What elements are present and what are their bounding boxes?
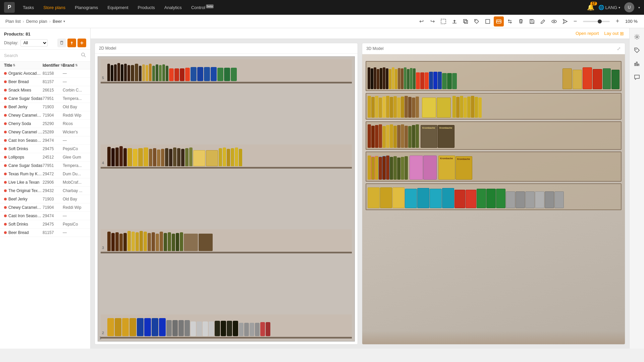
bottle — [123, 233, 127, 251]
svg-point-12 — [635, 49, 636, 50]
3d-box — [562, 68, 572, 89]
product-dot — [4, 147, 7, 150]
swap-button[interactable] — [505, 16, 515, 26]
frame-button[interactable] — [483, 16, 493, 26]
notifications-bell[interactable]: 🔔 17 — [587, 4, 594, 11]
tag-button[interactable] — [472, 16, 482, 26]
3d-bottle — [460, 96, 463, 118]
language-selector[interactable]: 🌐 LANG ▾ — [598, 5, 620, 10]
product-row[interactable]: Beef Jerky 71903 Old Bay — [0, 103, 90, 111]
product-id: 71904 — [43, 205, 63, 210]
preview-button[interactable] — [549, 16, 559, 26]
edit-button[interactable] — [538, 16, 548, 26]
breadcrumb-current[interactable]: Beer ▾ — [53, 19, 65, 24]
nav-tasks[interactable]: Tasks — [19, 3, 38, 12]
product-row[interactable]: Texas Rum by Kiepersol 29472 Dum Du... — [0, 170, 90, 178]
expand-3d-button[interactable]: ⤢ — [617, 46, 621, 51]
shelf-level-4: 4 — [101, 144, 352, 169]
3d-bottle — [383, 67, 385, 89]
redo-button[interactable]: ↪ — [427, 16, 437, 26]
3d-bottle — [375, 96, 378, 118]
bottle — [181, 149, 184, 166]
sort-identifier-column[interactable]: Identifier ⇅ — [43, 63, 63, 68]
analytics-panel-button[interactable] — [631, 58, 643, 70]
product-title-cell: Cane Sugar Sodas — [4, 96, 43, 101]
sort-title-column[interactable]: Title ⇅ — [4, 63, 43, 68]
product-row[interactable]: Snack Mixes 26615 Corbin C... — [0, 86, 90, 95]
product-row[interactable]: Organic Avocado Oil 81158 — — [0, 69, 90, 78]
product-id: 29475 — [43, 222, 63, 227]
nav-products[interactable]: Products — [134, 3, 159, 12]
zoom-slider-track[interactable] — [583, 21, 610, 22]
3d-bottle — [375, 156, 378, 180]
undo-button[interactable]: ↩ — [416, 16, 426, 26]
zoom-out-button[interactable]: − — [570, 16, 580, 26]
export-products-button[interactable] — [67, 39, 76, 47]
layout-button[interactable]: Lay out ⊞ — [604, 31, 624, 36]
breadcrumb-plan-list[interactable]: Plan list — [5, 19, 21, 24]
bottle — [119, 146, 123, 166]
upload-button[interactable] — [449, 16, 460, 26]
zoom-in-button[interactable]: + — [612, 16, 623, 26]
box — [545, 191, 554, 208]
product-row[interactable]: Beer Bread 81157 — — [0, 229, 90, 237]
search-icon[interactable] — [81, 52, 86, 59]
remove-products-button[interactable] — [57, 39, 66, 47]
comments-panel-button[interactable] — [631, 71, 643, 83]
tag-panel-button[interactable] — [631, 44, 643, 56]
product-row[interactable]: Cane Sugar Sodas 77951 Tempera... — [0, 162, 90, 170]
lang-label: LANG — [605, 5, 617, 10]
bottle — [166, 66, 168, 81]
3d-bottle — [456, 97, 460, 118]
3d-bottle — [368, 124, 371, 148]
nav-store-plans[interactable]: Store plans — [39, 3, 69, 12]
product-row[interactable]: Live Like a Texan 22906 MobCraf... — [0, 178, 90, 187]
product-row[interactable]: Chewy Caramels with a Cr... 71904 Reddi … — [0, 111, 90, 120]
product-row[interactable]: Cast Iron Seasoning 29474 — — [0, 136, 90, 145]
product-title-cell: Cast Iron Seasoning — [4, 214, 43, 218]
open-report-link[interactable]: Open report — [576, 31, 599, 36]
product-row[interactable]: Lollipops 24512 Glee Gum — [0, 153, 90, 162]
nav-equipment[interactable]: Equipment — [103, 3, 132, 12]
sort-brand-column[interactable]: Brand ⇅ — [63, 63, 86, 68]
product-list: Organic Avocado Oil 81158 — Beer Bread 8… — [0, 69, 90, 349]
product-row[interactable]: Beer Bread 81157 — — [0, 78, 90, 86]
product-brand: Tempera... — [63, 163, 86, 168]
bottle — [107, 232, 111, 251]
search-input[interactable] — [4, 53, 79, 58]
nav-control[interactable]: Controlbeta — [187, 3, 218, 12]
product-row[interactable]: The Original Texas Whisky 29432 Charbay … — [0, 187, 90, 195]
nav-analytics[interactable]: Analytics — [160, 3, 186, 12]
can — [260, 322, 265, 336]
display-select[interactable]: All Selected Unplaced — [20, 39, 48, 47]
3d-bottle — [368, 96, 371, 118]
user-avatar[interactable]: U — [624, 2, 634, 12]
product-row[interactable]: Beef Jerky 71903 Old Bay — [0, 195, 90, 203]
product-row[interactable]: Soft Drinks 29475 PepsiCo — [0, 220, 90, 229]
3d-bottle — [401, 157, 404, 180]
product-brand: Glee Gum — [63, 155, 86, 160]
delete-button[interactable] — [516, 16, 526, 26]
can — [203, 321, 208, 336]
select-tool-button[interactable] — [438, 16, 448, 26]
settings-button[interactable] — [631, 31, 643, 43]
copy-button[interactable] — [461, 16, 471, 26]
can — [221, 321, 226, 336]
product-row[interactable]: Soft Drinks 29475 PepsiCo — [0, 145, 90, 153]
product-row[interactable]: Chewy Caramels with a Cr... 71904 Reddi … — [0, 203, 90, 212]
box — [506, 191, 515, 208]
image-button[interactable] — [494, 16, 504, 26]
3d-box-label: Krombache — [456, 157, 472, 162]
product-row[interactable]: Cherry Soda 25290 Ricos — [0, 120, 90, 128]
product-dot — [4, 231, 7, 234]
save-button[interactable] — [527, 16, 537, 26]
box — [535, 191, 544, 208]
product-row[interactable]: Cast Iron Seasoning 29474 — — [0, 212, 90, 220]
product-row[interactable]: Cane Sugar Sodas 77951 Tempera... — [0, 95, 90, 103]
add-products-button[interactable] — [77, 39, 86, 47]
product-row[interactable]: Chewy Caramel Snack Stic... 25289 Wicker… — [0, 128, 90, 136]
breadcrumb-demo-plan[interactable]: Demo plan — [26, 19, 47, 24]
product-title-text: Beer Bread — [8, 79, 29, 84]
nav-planograms[interactable]: Planograms — [71, 3, 102, 12]
send-button[interactable] — [560, 16, 570, 26]
